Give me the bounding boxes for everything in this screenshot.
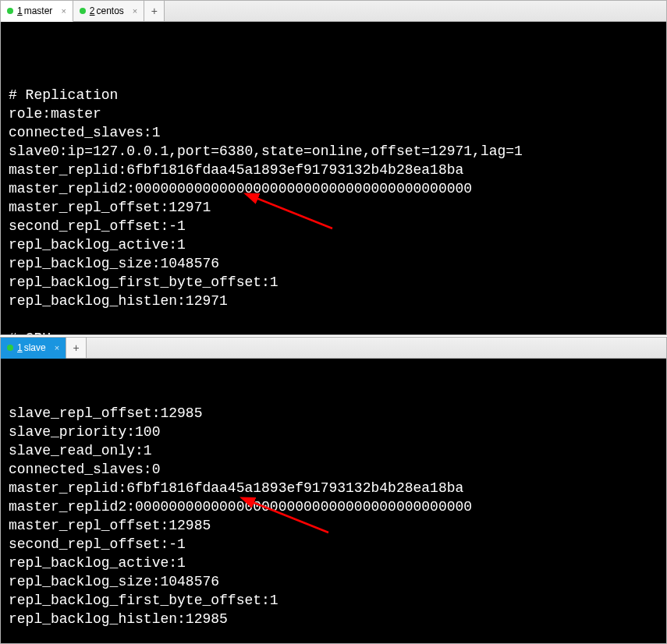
add-tab-button[interactable]: + <box>144 1 165 21</box>
close-icon[interactable]: × <box>133 7 137 16</box>
tab-label: 1slave <box>17 342 46 353</box>
tab-master[interactable]: 1master × <box>1 1 73 22</box>
terminal-bottom[interactable]: slave_repl_offset:12985 slave_priority:1… <box>1 359 666 643</box>
close-icon[interactable]: × <box>61 7 66 16</box>
tab-label: 1master <box>17 5 52 16</box>
terminal-top[interactable]: # Replication role:master connected_slav… <box>1 22 666 334</box>
tab-centos[interactable]: 2centos × <box>73 1 144 21</box>
terminal-output: slave_repl_offset:12985 slave_priority:1… <box>9 404 658 643</box>
top-window: 1master × 2centos × + # Replication role… <box>0 0 667 335</box>
tab-slave[interactable]: 1slave × <box>1 338 66 359</box>
status-dot-icon <box>7 345 13 351</box>
terminal-output: # Replication role:master connected_slav… <box>9 67 658 334</box>
tab-bar-top: 1master × 2centos × + <box>1 1 666 22</box>
tab-label: 2centos <box>90 5 124 16</box>
status-dot-icon <box>80 8 86 14</box>
bottom-window: 1slave × + slave_repl_offset:12985 slave… <box>0 337 667 644</box>
close-icon[interactable]: × <box>55 344 59 352</box>
tab-bar-bottom: 1slave × + <box>1 338 666 359</box>
add-tab-button[interactable]: + <box>66 338 87 358</box>
status-dot-icon <box>7 8 13 14</box>
